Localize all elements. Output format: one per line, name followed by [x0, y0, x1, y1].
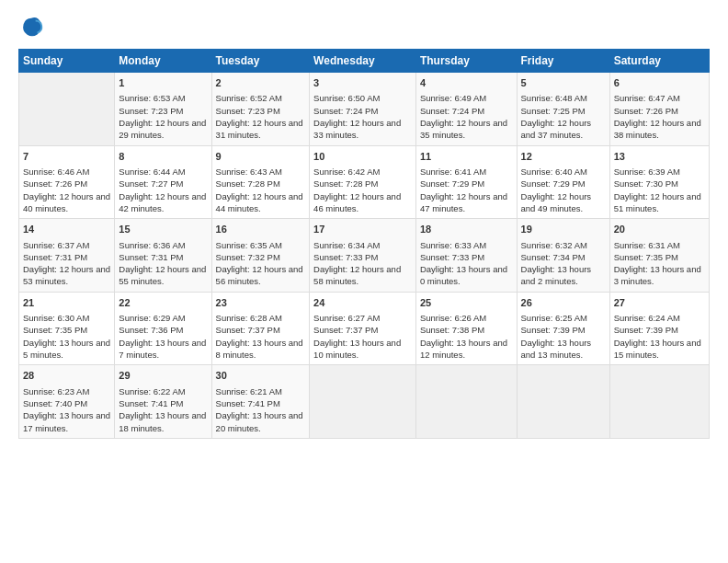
day-cell: 1 Sunrise: 6:53 AM Sunset: 7:23 PM Dayli…	[115, 73, 211, 146]
day-cell: 16 Sunrise: 6:35 AM Sunset: 7:32 PM Dayl…	[211, 219, 310, 293]
daylight: Daylight: 12 hours and 47 minutes.	[420, 191, 507, 213]
day-cell	[609, 365, 709, 439]
sunset: Sunset: 7:37 PM	[216, 325, 280, 335]
sunset: Sunset: 7:37 PM	[313, 325, 378, 335]
sunset: Sunset: 7:35 PM	[614, 252, 678, 262]
day-number: 10	[313, 150, 412, 164]
daylight: Daylight: 12 hours and 40 minutes.	[23, 191, 110, 213]
daylight: Daylight: 13 hours and 10 minutes.	[313, 338, 401, 360]
daylight: Daylight: 13 hours and 5 minutes.	[23, 338, 110, 360]
day-number: 2	[216, 76, 306, 90]
day-number: 30	[216, 369, 306, 383]
day-cell: 28 Sunrise: 6:23 AM Sunset: 7:40 PM Dayl…	[19, 365, 115, 439]
sunrise: Sunrise: 6:31 AM	[614, 240, 680, 250]
sunrise: Sunrise: 6:35 AM	[216, 240, 282, 250]
day-cell	[415, 365, 517, 439]
sunset: Sunset: 7:38 PM	[420, 325, 484, 335]
sunrise: Sunrise: 6:23 AM	[23, 386, 89, 396]
day-cell: 9 Sunrise: 6:43 AM Sunset: 7:28 PM Dayli…	[211, 145, 310, 219]
sunrise: Sunrise: 6:24 AM	[614, 313, 680, 323]
day-cell: 3 Sunrise: 6:50 AM Sunset: 7:24 PM Dayli…	[310, 73, 416, 146]
day-cell: 24 Sunrise: 6:27 AM Sunset: 7:37 PM Dayl…	[310, 292, 416, 365]
sunset: Sunset: 7:23 PM	[216, 106, 280, 116]
sunset: Sunset: 7:40 PM	[23, 398, 87, 408]
sunset: Sunset: 7:41 PM	[216, 398, 280, 408]
daylight: Daylight: 13 hours and 3 minutes.	[614, 264, 701, 286]
daylight: Daylight: 13 hours and 13 minutes.	[521, 338, 592, 360]
day-number: 29	[119, 369, 207, 383]
daylight: Daylight: 12 hours and 44 minutes.	[216, 191, 303, 213]
sunset: Sunset: 7:33 PM	[420, 252, 484, 262]
day-number: 26	[521, 296, 606, 310]
daylight: Daylight: 12 hours and 51 minutes.	[614, 191, 701, 213]
sunrise: Sunrise: 6:27 AM	[313, 313, 380, 323]
sunrise: Sunrise: 6:32 AM	[521, 240, 587, 250]
sunset: Sunset: 7:35 PM	[23, 325, 87, 335]
daylight: Daylight: 13 hours and 12 minutes.	[420, 338, 507, 360]
logo-icon	[18, 14, 44, 40]
day-number: 1	[119, 76, 207, 90]
header	[18, 14, 710, 40]
daylight: Daylight: 13 hours and 20 minutes.	[216, 410, 303, 432]
daylight: Daylight: 13 hours and 8 minutes.	[216, 338, 303, 360]
sunrise: Sunrise: 6:37 AM	[23, 240, 89, 250]
daylight: Daylight: 12 hours and 29 minutes.	[119, 118, 206, 140]
sunset: Sunset: 7:26 PM	[614, 106, 678, 116]
day-number: 23	[216, 296, 306, 310]
sunrise: Sunrise: 6:21 AM	[216, 386, 282, 396]
day-cell: 5 Sunrise: 6:48 AM Sunset: 7:25 PM Dayli…	[517, 73, 609, 146]
sunrise: Sunrise: 6:26 AM	[420, 313, 486, 323]
sunrise: Sunrise: 6:36 AM	[119, 240, 185, 250]
daylight: Daylight: 13 hours and 17 minutes.	[23, 410, 110, 432]
day-cell: 4 Sunrise: 6:49 AM Sunset: 7:24 PM Dayli…	[415, 73, 517, 146]
day-number: 24	[313, 296, 412, 310]
day-number: 13	[614, 150, 705, 164]
day-number: 7	[23, 150, 110, 164]
sunset: Sunset: 7:26 PM	[23, 178, 87, 189]
day-cell: 30 Sunrise: 6:21 AM Sunset: 7:41 PM Dayl…	[211, 365, 310, 439]
sunrise: Sunrise: 6:29 AM	[119, 313, 185, 323]
day-cell: 23 Sunrise: 6:28 AM Sunset: 7:37 PM Dayl…	[211, 292, 310, 365]
day-cell: 11 Sunrise: 6:41 AM Sunset: 7:29 PM Dayl…	[415, 145, 517, 219]
header-cell-friday: Friday	[517, 50, 609, 73]
day-number: 14	[23, 223, 110, 236]
daylight: Daylight: 12 hours and 33 minutes.	[313, 118, 401, 140]
sunset: Sunset: 7:24 PM	[313, 106, 378, 116]
daylight: Daylight: 12 hours and 55 minutes.	[119, 264, 206, 286]
day-cell	[19, 73, 115, 146]
day-cell: 21 Sunrise: 6:30 AM Sunset: 7:35 PM Dayl…	[19, 292, 115, 365]
day-cell: 18 Sunrise: 6:33 AM Sunset: 7:33 PM Dayl…	[415, 219, 517, 293]
sunset: Sunset: 7:27 PM	[119, 178, 183, 189]
day-cell: 25 Sunrise: 6:26 AM Sunset: 7:38 PM Dayl…	[415, 292, 517, 365]
day-cell: 15 Sunrise: 6:36 AM Sunset: 7:31 PM Dayl…	[115, 219, 211, 293]
sunrise: Sunrise: 6:33 AM	[420, 240, 486, 250]
sunrise: Sunrise: 6:30 AM	[23, 313, 89, 323]
day-number: 27	[614, 296, 705, 310]
daylight: Daylight: 13 hours and 2 minutes.	[521, 264, 592, 286]
day-number: 3	[313, 76, 412, 90]
sunset: Sunset: 7:24 PM	[420, 106, 484, 116]
sunrise: Sunrise: 6:53 AM	[119, 93, 185, 103]
header-cell-tuesday: Tuesday	[211, 50, 310, 73]
sunrise: Sunrise: 6:42 AM	[313, 167, 380, 177]
week-row-2: 7 Sunrise: 6:46 AM Sunset: 7:26 PM Dayli…	[19, 145, 710, 219]
daylight: Daylight: 13 hours and 7 minutes.	[119, 338, 206, 360]
daylight: Daylight: 12 hours and 46 minutes.	[313, 191, 401, 213]
day-cell: 10 Sunrise: 6:42 AM Sunset: 7:28 PM Dayl…	[310, 145, 416, 219]
sunrise: Sunrise: 6:43 AM	[216, 167, 282, 177]
header-cell-monday: Monday	[115, 50, 211, 73]
day-number: 9	[216, 150, 306, 164]
daylight: Daylight: 12 hours and 49 minutes.	[521, 191, 592, 213]
day-number: 8	[119, 150, 207, 164]
daylight: Daylight: 12 hours and 58 minutes.	[313, 264, 401, 286]
week-row-1: 1 Sunrise: 6:53 AM Sunset: 7:23 PM Dayli…	[19, 73, 710, 146]
day-number: 16	[216, 223, 306, 236]
sunrise: Sunrise: 6:34 AM	[313, 240, 380, 250]
header-cell-wednesday: Wednesday	[310, 50, 416, 73]
sunrise: Sunrise: 6:48 AM	[521, 93, 587, 103]
sunset: Sunset: 7:28 PM	[216, 178, 280, 189]
day-number: 5	[521, 76, 606, 90]
day-number: 17	[313, 223, 412, 236]
day-number: 12	[521, 150, 606, 164]
day-number: 15	[119, 223, 207, 236]
